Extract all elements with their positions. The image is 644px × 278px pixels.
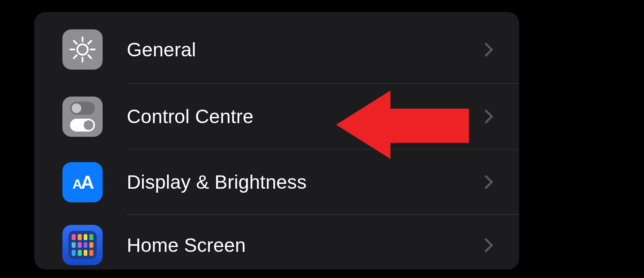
chevron-right-icon — [479, 42, 493, 56]
chevron-right-icon — [479, 238, 493, 252]
settings-row-home-screen[interactable]: Home Screen — [34, 215, 519, 275]
settings-row-label: Control Centre — [127, 105, 481, 128]
gear-icon — [62, 29, 103, 70]
text-size-icon: AA — [62, 162, 103, 202]
settings-row-display-brightness[interactable]: AA Display & Brightness — [34, 149, 519, 215]
settings-row-label: Home Screen — [127, 234, 481, 256]
app-grid-icon — [62, 225, 103, 265]
settings-row-label: Display & Brightness — [127, 171, 481, 193]
svg-point-0 — [77, 44, 88, 55]
settings-row-label: General — [127, 39, 481, 61]
toggles-icon — [62, 97, 103, 137]
settings-row-control-centre[interactable]: Control Centre — [34, 84, 519, 149]
settings-row-general[interactable]: General — [34, 15, 519, 84]
settings-list: General Control Centre AA Display & Brig… — [34, 12, 519, 270]
chevron-right-icon — [479, 109, 493, 124]
chevron-right-icon — [479, 175, 493, 189]
